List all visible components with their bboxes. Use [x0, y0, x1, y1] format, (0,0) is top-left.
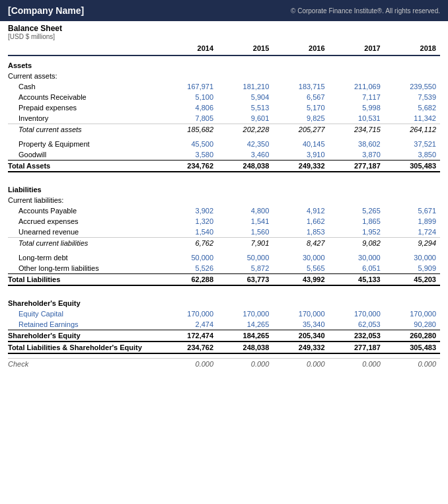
col-2017: 2017: [329, 42, 385, 55]
table-row: Other long-term liabilities 5,526 5,872 …: [8, 263, 440, 274]
table-row: Long-term debt 50,000 50,000 30,000 30,0…: [8, 252, 440, 263]
table-row: Unearned revenue 1,540 1,560 1,853 1,952…: [8, 227, 440, 238]
spacer: [8, 172, 440, 176]
liabilities-header: Liabilities: [8, 180, 440, 195]
total-current-liabilities-row: Total current liabilities 6,762 7,901 8,…: [8, 238, 440, 249]
current-liabilities-label: Current liabilities:: [8, 195, 440, 205]
column-headers: 2014 2015 2016 2017 2018: [8, 42, 440, 55]
table-row: Property & Equipment 45,500 42,350 40,14…: [8, 139, 440, 149]
table-row: Accrued expenses 1,320 1,541 1,662 1,865…: [8, 216, 440, 227]
header: [Company Name] © Corporate Finance Insti…: [0, 0, 448, 21]
table-row: Inventory 7,805 9,601 9,825 10,531 11,34…: [8, 113, 440, 124]
table-row: Retained Earnings 2,474 14,265 35,340 62…: [8, 319, 440, 330]
col-2014: 2014: [162, 42, 217, 55]
spacer: [8, 353, 440, 359]
copyright: © Corporate Finance Institute®. All righ…: [291, 7, 440, 15]
check-row: Check 0.000 0.000 0.000 0.000 0.000: [8, 359, 440, 370]
col-2018: 2018: [385, 42, 440, 55]
subheader: Balance Sheet [USD $ millions]: [0, 21, 448, 42]
total-liabilities-row: Total Liabilities 62,288 63,773 43,992 4…: [8, 274, 440, 286]
balance-sheet-title: Balance Sheet: [8, 24, 440, 33]
col-2015: 2015: [217, 42, 273, 55]
equity-header: Shareholder's Equity: [8, 294, 440, 308]
table-row: Equity Capital 170,000 170,000 170,000 1…: [8, 308, 440, 319]
company-name: [Company Name]: [8, 5, 84, 16]
col-2016: 2016: [273, 42, 328, 55]
total-assets-row: Total Assets 234,762 248,038 249,332 277…: [8, 161, 440, 172]
shareholders-equity-row: Shareholder's Equity 172,474 184,265 205…: [8, 330, 440, 342]
total-liabilities-equity-row: Total Liabilities & Shareholder's Equity…: [8, 342, 440, 353]
current-assets-label: Current assets:: [8, 71, 440, 81]
table-row: Goodwill 3,580 3,460 3,910 3,870 3,850: [8, 149, 440, 161]
table-row: Accounts Receivable 5,100 5,904 6,567 7,…: [8, 92, 440, 102]
total-current-assets-row: Total current assets 185,682 202,228 205…: [8, 124, 440, 135]
spacer: [8, 285, 440, 290]
assets-header: Assets: [8, 55, 440, 71]
currency-note: [USD $ millions]: [8, 33, 440, 40]
table-row: Prepaid expenses 4,806 5,513 5,170 5,998…: [8, 102, 440, 113]
table-row: Accounts Payable 3,902 4,800 4,912 5,265…: [8, 205, 440, 216]
table-row: Cash 167,971 181,210 183,715 211,069 239…: [8, 81, 440, 92]
